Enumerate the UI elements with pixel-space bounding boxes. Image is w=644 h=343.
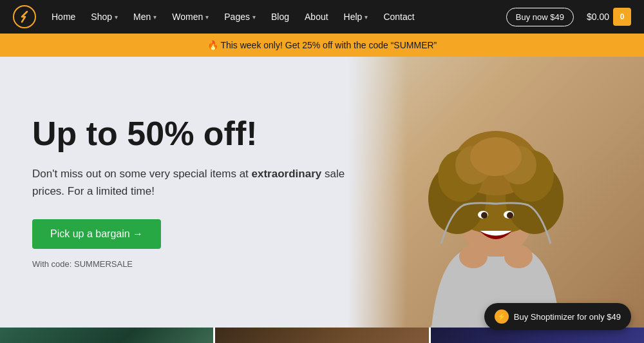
site-logo[interactable] [13,5,36,28]
nav-contact[interactable]: Contact [377,8,421,26]
navbar: Home Shop ▾ Men ▾ Women ▾ Pages ▾ Blog A… [0,0,644,34]
hero-description: Don't miss out on some very special item… [32,165,354,200]
nav-shop[interactable]: Shop ▾ [84,8,124,26]
nav-men[interactable]: Men ▾ [127,8,163,26]
promo-text: This week only! Get 25% off with the cod… [220,40,437,50]
nav-about[interactable]: About [298,8,335,26]
chevron-down-icon: ▾ [153,14,156,21]
hero-content: Up to 50% off! Don't miss out on some ve… [32,115,354,270]
chevron-down-icon: ▾ [115,14,118,21]
hero-promo-code: With code: SUMMERSALE [32,259,354,269]
float-badge-text: Buy Shoptimizer for only $49 [514,312,621,322]
cart-price: $0.00 [587,12,609,22]
nav-pages[interactable]: Pages ▾ [218,8,262,26]
fire-icon: 🔥 [207,40,218,50]
nav-help[interactable]: Help ▾ [337,8,375,26]
hero-cta-button[interactable]: Pick up a bargain → [32,219,161,249]
cart-area: $0.00 0 [587,8,631,26]
promo-banner: 🔥 This week only! Get 25% off with the c… [0,34,644,57]
lightning-icon: ⚡ [495,309,509,324]
nav-blog[interactable]: Blog [265,8,296,26]
hero-image [348,57,644,328]
floating-buy-badge[interactable]: ⚡ Buy Shoptimizer for only $49 [484,303,631,330]
chevron-down-icon: ▾ [252,14,256,21]
nav-home[interactable]: Home [45,8,82,26]
cart-button[interactable]: 0 [613,8,631,26]
category-card-holiday[interactable]: Holiday Styles [215,328,430,343]
hero-title: Up to 50% off! [32,115,354,152]
hero-section: Up to 50% off! Don't miss out on some ve… [0,57,644,328]
category-card-mens-shirts[interactable]: Men's Shirts [0,328,215,343]
chevron-down-icon: ▾ [205,14,209,21]
nav-women[interactable]: Women ▾ [166,8,215,26]
chevron-down-icon: ▾ [365,14,368,21]
buy-now-button[interactable]: Buy now $49 [506,8,574,26]
